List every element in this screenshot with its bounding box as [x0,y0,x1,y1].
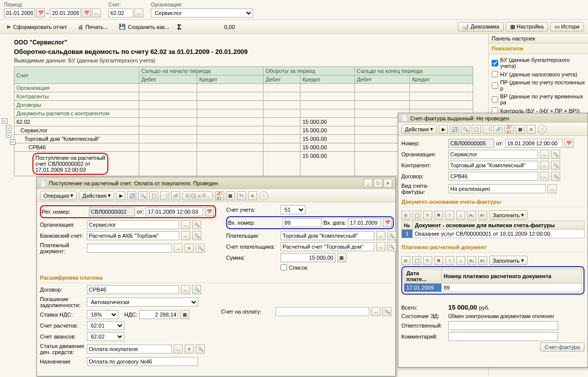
ellipsis-icon[interactable]: ... [376,242,385,251]
check-pr[interactable]: ПР (данные по учету постоянных р [491,78,586,92]
run-icon[interactable]: ▶ [116,191,125,200]
in-date-input[interactable] [348,218,381,227]
delete-icon[interactable]: ✖ [434,256,443,265]
invoice-button[interactable]: Счет-фактура [540,343,585,352]
help-icon[interactable]: ? [259,191,268,200]
help-icon[interactable]: ? [538,125,547,134]
comment-input[interactable] [448,332,558,341]
fill-dropdown[interactable]: Заполнить ▾ [489,210,528,220]
copy-icon[interactable]: 📋 [472,125,481,134]
refresh-icon[interactable]: 🔄 [450,125,459,134]
adv-acct-select[interactable]: 62.02 [87,332,124,341]
structure-icon[interactable]: 📑 [483,125,492,134]
sum-input[interactable] [281,253,335,262]
maximize-icon[interactable]: □ [373,179,382,188]
ellipsis-icon[interactable]: ... [181,220,190,229]
list-icon[interactable]: ≡ [527,125,536,134]
ellipsis-icon[interactable]: ... [376,231,385,240]
tree-collapse-icon[interactable]: − [6,125,11,131]
run-icon[interactable]: ▶ [439,125,448,134]
payer-acct-input[interactable] [281,242,374,251]
search-icon[interactable]: 🔍 [196,345,205,354]
print-button[interactable]: 🖨Печать... [75,23,111,31]
diagram-button[interactable]: 📊 Диаграмма [458,22,504,31]
search-icon[interactable]: 🔍 [192,231,201,240]
generate-button[interactable]: ▶Сформировать отчет [4,22,70,31]
calendar-icon[interactable]: 📅 [205,207,214,216]
in-number-input[interactable] [283,218,321,227]
link-icon[interactable]: 🔗 [494,125,503,134]
org-input[interactable] [87,220,179,229]
ellipsis-icon[interactable]: ... [174,345,183,354]
list-checkbox[interactable] [281,264,287,271]
ellipsis-icon[interactable]: ... [540,161,549,170]
sort-desc-icon[interactable]: A↑ [478,211,487,220]
purpose-input[interactable] [87,357,198,366]
copy-icon[interactable]: 📋 [149,191,158,200]
account-input[interactable] [108,8,133,17]
calc-acct-select[interactable]: 62.01 [87,321,124,330]
search-icon[interactable]: 🔍 [551,161,560,170]
date-to-input[interactable] [50,8,81,17]
up-icon[interactable]: ↑ [445,211,454,220]
sort-desc-icon[interactable]: A↑ [478,256,487,265]
copy-icon[interactable]: 📋 [412,211,421,220]
period-select-icon[interactable]: ... [92,8,101,17]
t-icon[interactable]: Тт [237,191,246,200]
search-icon[interactable]: 🔍 [192,220,201,229]
calendar-icon[interactable]: 📅 [36,8,45,17]
paydoc-input[interactable] [87,244,172,253]
calc-icon[interactable]: ▦ [180,310,189,319]
add-icon[interactable]: ⊕ [401,256,410,265]
ellipsis-icon[interactable]: ... [371,307,380,316]
ellipsis-icon[interactable]: ... [540,172,549,181]
add-icon[interactable]: ⊕ [401,211,410,220]
up-icon[interactable]: ↑ [445,256,454,265]
payment-num-cell[interactable]: 89 [442,284,582,292]
ellipsis-icon[interactable]: ... [174,244,183,253]
search-icon[interactable]: 🔍 [192,285,201,294]
ellipsis-icon[interactable]: ... [181,231,190,240]
repay-select[interactable]: Автоматически [87,298,198,307]
sigma-icon[interactable]: Σ [177,23,181,31]
calc-icon[interactable]: ▦ [337,253,346,262]
search-icon[interactable]: 🔍 [196,244,205,253]
tree-collapse-icon[interactable]: − [10,139,15,145]
date-input[interactable] [505,139,563,148]
actions-dropdown[interactable]: Действия ▾ [79,191,114,200]
clear-icon[interactable]: × [185,345,194,354]
kudir-dropdown[interactable]: КУД и Р... [182,191,213,200]
nds-input[interactable] [139,310,178,319]
search-icon[interactable]: 🔍 [551,172,560,181]
ellipsis-icon[interactable]: ... [540,150,549,159]
contract-input[interactable] [87,285,179,294]
sort-asc-icon[interactable]: A↓ [467,256,476,265]
structure-icon[interactable]: 📑 [160,191,169,200]
type-input[interactable] [448,184,546,193]
history-button[interactable]: ▭ Истори [550,22,584,31]
ellipsis-icon[interactable]: ... [548,184,557,193]
contr-input[interactable] [448,161,538,170]
fill-dropdown[interactable]: Заполнить ▾ [489,256,528,265]
date-from-input[interactable] [4,8,35,17]
link-icon[interactable]: 🔗 [171,191,180,200]
find-icon[interactable]: 🔍 [138,191,147,200]
bank-input[interactable] [87,231,179,240]
tree-collapse-icon[interactable]: − [2,118,7,124]
ellipsis-icon[interactable]: ... [134,8,143,17]
down-icon[interactable]: ↓ [456,256,465,265]
acct-select[interactable]: 51 [281,205,305,214]
search-icon[interactable]: 🔍 [387,242,396,251]
list-icon[interactable]: ≡ [248,191,257,200]
down-icon[interactable]: ↓ [456,211,465,220]
sort-asc-icon[interactable]: A↓ [467,211,476,220]
close-icon[interactable]: × [383,179,392,188]
report-icon[interactable]: ▦ [226,191,235,200]
refresh-icon[interactable]: 🔄 [127,191,136,200]
find-icon[interactable]: 🔍 [461,125,470,134]
responsible-input[interactable] [448,321,558,330]
calendar-icon[interactable]: 📅 [565,139,574,148]
calendar-icon[interactable]: 📅 [82,8,91,17]
dt-kt-icon[interactable]: ДтКт [215,191,224,200]
check-vr[interactable]: ВР (данные по учету временных ра [491,92,586,106]
